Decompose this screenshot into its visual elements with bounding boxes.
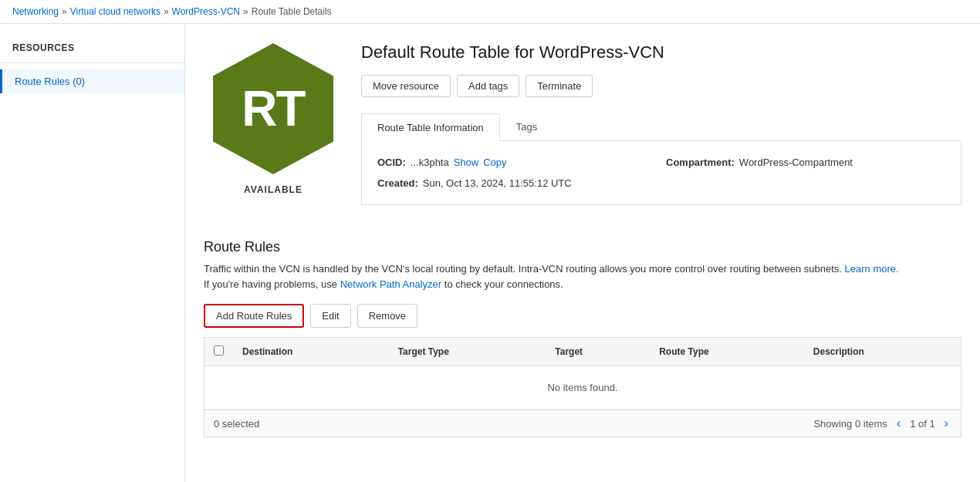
sidebar: Resources Route Rules (0) [0,24,185,482]
ocid-copy-link[interactable]: Copy [483,157,506,168]
hex-initials: RT [242,80,304,137]
table-header-route-type: Route Type [650,338,804,366]
resource-info: Default Route Table for WordPress-VCN Mo… [361,39,961,224]
compartment-row: Compartment: WordPress-Compartment [666,157,945,168]
compartment-value: WordPress-Compartment [739,157,853,168]
route-rules-title: Route Rules [204,239,961,255]
route-rules-table: Destination Target Type Target Route Typ… [204,338,961,410]
created-label: Created: [377,177,418,189]
info-col-right: Compartment: WordPress-Compartment [666,157,945,189]
remove-button[interactable]: Remove [357,304,417,328]
breadcrumb: Networking » Virtual cloud networks » Wo… [0,0,980,24]
page-info: 1 of 1 [910,418,935,430]
route-rules-table-container: Destination Target Type Target Route Typ… [204,337,961,437]
tab-content-route-table-info: OCID: ...k3phta Show Copy Created: Sun, … [361,141,961,205]
table-footer: 0 selected Showing 0 items ‹ 1 of 1 › [204,410,961,436]
breadcrumb-sep-2: » [164,6,169,17]
no-items-cell: No items found. [204,366,961,410]
no-items-row: No items found. [204,366,961,410]
breadcrumb-vcn[interactable]: Virtual cloud networks [70,6,161,17]
table-header-target-type: Target Type [389,338,546,366]
table-header-target: Target [546,338,650,366]
hexagon-icon: RT [204,39,343,178]
sidebar-divider [0,62,184,63]
resource-header: RT AVAILABLE Default Route Table for Wor… [204,39,961,224]
info-col-left: OCID: ...k3phta Show Copy Created: Sun, … [377,157,657,189]
add-tags-button[interactable]: Add tags [457,75,519,97]
resource-status: AVAILABLE [244,184,302,195]
table-header-row: Destination Target Type Target Route Typ… [204,338,961,366]
pagination-next-button[interactable]: › [941,416,951,430]
created-value: Sun, Oct 13, 2024, 11:55:12 UTC [423,177,572,189]
route-rules-desc-part1: Traffic within the VCN is handled by the… [204,263,842,275]
route-action-buttons: Add Route Rules Edit Remove [204,304,961,328]
learn-more-link[interactable]: Learn more. [845,263,899,275]
showing-items-text: Showing 0 items [813,418,887,430]
network-path-analyzer-link[interactable]: Network Path Analyzer [340,278,442,290]
route-rules-desc-part2: If you're having problems, use [204,278,337,290]
select-all-checkbox[interactable] [214,345,224,356]
breadcrumb-sep-1: » [62,6,67,17]
breadcrumb-networking[interactable]: Networking [12,6,59,17]
info-grid: OCID: ...k3phta Show Copy Created: Sun, … [377,157,945,189]
route-rules-description: Traffic within the VCN is handled by the… [204,261,961,292]
move-resource-button[interactable]: Move resource [361,75,451,97]
add-route-rules-button[interactable]: Add Route Rules [204,304,304,328]
table-header-description: Description [804,338,961,366]
compartment-label: Compartment: [666,157,735,168]
ocid-label: OCID: [377,157,406,168]
pagination: Showing 0 items ‹ 1 of 1 › [813,416,951,430]
breadcrumb-sep-3: » [243,6,248,17]
breadcrumb-current: Route Table Details [252,6,332,17]
table-header-checkbox [204,338,233,366]
pagination-prev-button[interactable]: ‹ [894,416,904,430]
ocid-row: OCID: ...k3phta Show Copy [377,157,657,168]
resource-title: Default Route Table for WordPress-VCN [361,42,961,62]
terminate-button[interactable]: Terminate [525,75,593,97]
ocid-show-link[interactable]: Show [454,157,479,168]
selected-count: 0 selected [214,418,259,430]
ocid-value: ...k3phta [411,157,449,168]
tab-route-table-info[interactable]: Route Table Information [361,113,500,141]
main-content: RT AVAILABLE Default Route Table for Wor… [185,24,980,482]
hex-container: RT AVAILABLE [204,39,343,195]
route-rules-desc-part3: to check your connections. [444,278,563,290]
tabs: Route Table Information Tags [361,113,961,141]
breadcrumb-wordpress-vcn[interactable]: WordPress-VCN [172,6,240,17]
route-rules-section: Route Rules Traffic within the VCN is ha… [204,239,961,437]
sidebar-item-route-rules[interactable]: Route Rules (0) [0,69,184,93]
tab-tags[interactable]: Tags [500,113,553,140]
created-row: Created: Sun, Oct 13, 2024, 11:55:12 UTC [377,177,657,189]
sidebar-section-title: Resources [0,36,184,56]
table-header-destination: Destination [233,338,389,366]
edit-button[interactable]: Edit [310,304,350,328]
action-buttons: Move resource Add tags Terminate [361,75,961,97]
